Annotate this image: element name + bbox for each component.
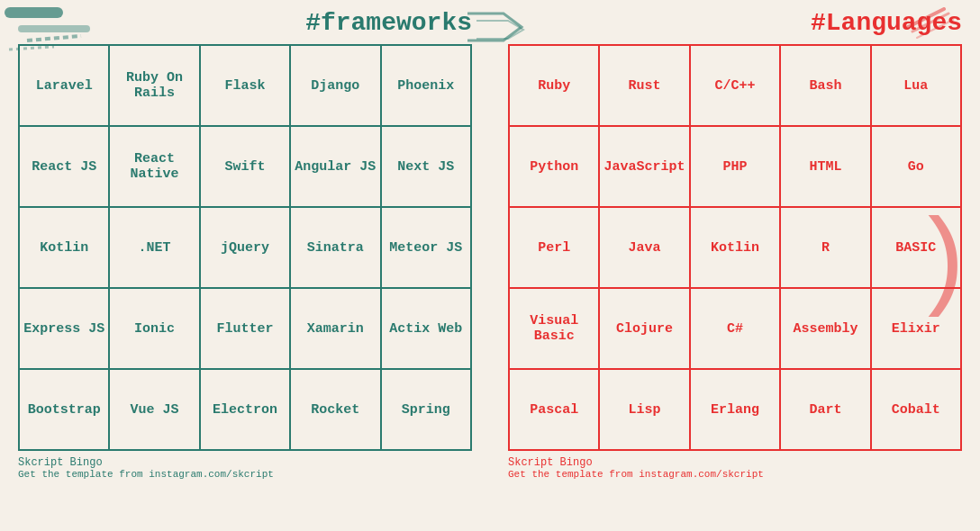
deco-arrows bbox=[458, 4, 531, 58]
language-cell[interactable]: C/C++ bbox=[690, 45, 780, 126]
svg-rect-1 bbox=[18, 25, 90, 32]
framework-cell[interactable]: Express JS bbox=[19, 288, 109, 369]
language-cell[interactable]: Cobalt bbox=[871, 369, 961, 450]
framework-cell[interactable]: jQuery bbox=[200, 207, 290, 288]
language-cell[interactable]: Kotlin bbox=[690, 207, 780, 288]
framework-cell[interactable]: Phoenix bbox=[381, 45, 471, 126]
language-cell[interactable]: Erlang bbox=[690, 369, 780, 450]
framework-cell[interactable]: Vue JS bbox=[109, 369, 199, 450]
language-cell[interactable]: Dart bbox=[780, 369, 870, 450]
language-cell[interactable]: Clojure bbox=[599, 288, 689, 369]
framework-cell[interactable]: Angular JS bbox=[290, 126, 380, 207]
framework-cell[interactable]: Actix Web bbox=[381, 288, 471, 369]
language-cell[interactable]: Pascal bbox=[509, 369, 599, 450]
framework-cell[interactable]: Django bbox=[290, 45, 380, 126]
language-cell[interactable]: HTML bbox=[780, 126, 870, 207]
language-cell[interactable]: Python bbox=[509, 126, 599, 207]
language-cell[interactable]: Perl bbox=[509, 207, 599, 288]
language-cell[interactable]: Go bbox=[871, 126, 961, 207]
languages-panel: ) #Languages RubyRustC/C++BashLuaPythonJ… bbox=[490, 0, 980, 531]
language-cell[interactable]: Visual Basic bbox=[509, 288, 599, 369]
languages-footer-insta: Get the template from instagram.com/skcr… bbox=[508, 469, 764, 480]
deco-right-bracket: ) bbox=[911, 212, 975, 320]
frameworks-footer-brand: Skcript Bingo bbox=[18, 456, 274, 469]
framework-cell[interactable]: Xamarin bbox=[290, 288, 380, 369]
frameworks-panel: #frameworks LaravelRuby On RailsFlaskDja… bbox=[0, 0, 490, 531]
svg-line-2 bbox=[27, 36, 81, 40]
language-cell[interactable]: JavaScript bbox=[599, 126, 689, 207]
framework-cell[interactable]: Flutter bbox=[200, 288, 290, 369]
language-cell[interactable]: Assembly bbox=[780, 288, 870, 369]
framework-cell[interactable]: Electron bbox=[200, 369, 290, 450]
svg-rect-0 bbox=[5, 7, 63, 18]
framework-cell[interactable]: React Native bbox=[109, 126, 199, 207]
languages-footer-brand: Skcript Bingo bbox=[508, 456, 764, 469]
deco-top-left bbox=[0, 0, 99, 63]
frameworks-footer: Skcript Bingo Get the template from inst… bbox=[18, 456, 274, 480]
framework-cell[interactable]: Ruby On Rails bbox=[109, 45, 199, 126]
framework-cell[interactable]: Bootstrap bbox=[19, 369, 109, 450]
svg-line-3 bbox=[9, 47, 54, 50]
language-cell[interactable]: Bash bbox=[780, 45, 870, 126]
language-cell[interactable]: PHP bbox=[690, 126, 780, 207]
framework-cell[interactable]: Sinatra bbox=[290, 207, 380, 288]
framework-cell[interactable]: Next JS bbox=[381, 126, 471, 207]
language-cell[interactable]: Rust bbox=[599, 45, 689, 126]
language-cell[interactable]: Lisp bbox=[599, 369, 689, 450]
frameworks-grid: LaravelRuby On RailsFlaskDjangoPhoenixRe… bbox=[18, 44, 472, 451]
framework-cell[interactable]: Spring bbox=[381, 369, 471, 450]
language-cell[interactable]: Java bbox=[599, 207, 689, 288]
language-cell[interactable]: C# bbox=[690, 288, 780, 369]
framework-cell[interactable]: Meteor JS bbox=[381, 207, 471, 288]
framework-cell[interactable]: .NET bbox=[109, 207, 199, 288]
frameworks-footer-insta: Get the template from instagram.com/skcr… bbox=[18, 469, 274, 480]
framework-cell[interactable]: Rocket bbox=[290, 369, 380, 450]
language-cell[interactable]: R bbox=[780, 207, 870, 288]
languages-footer: Skcript Bingo Get the template from inst… bbox=[508, 456, 764, 480]
languages-grid: RubyRustC/C++BashLuaPythonJavaScriptPHPH… bbox=[508, 44, 962, 451]
deco-top-right bbox=[890, 0, 962, 63]
framework-cell[interactable]: Swift bbox=[200, 126, 290, 207]
framework-cell[interactable]: Kotlin bbox=[19, 207, 109, 288]
framework-cell[interactable]: Ionic bbox=[109, 288, 199, 369]
framework-cell[interactable]: React JS bbox=[19, 126, 109, 207]
framework-cell[interactable]: Flask bbox=[200, 45, 290, 126]
frameworks-title: #frameworks bbox=[305, 9, 472, 37]
